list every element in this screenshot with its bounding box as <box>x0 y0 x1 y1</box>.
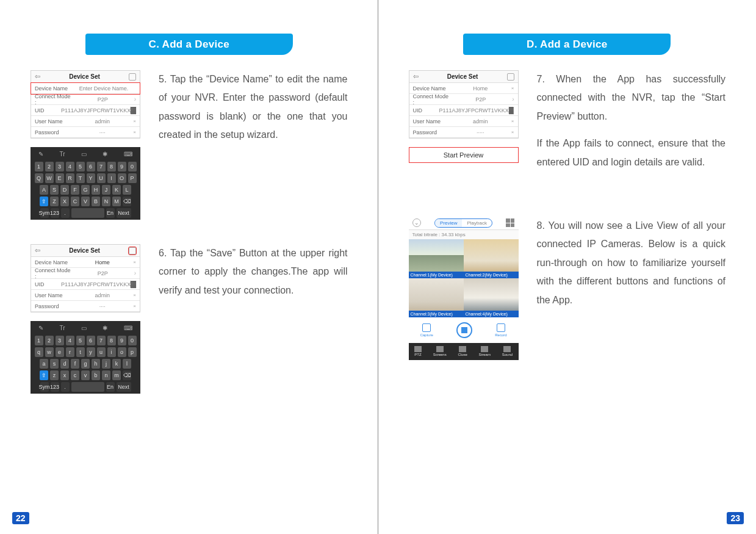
row-value: P111AJ8YJFPCRWT1VKKX <box>439 107 509 114</box>
keyboard-key: 4 <box>66 336 74 345</box>
mock-keyboard-upper: ✎Tr▭✱⌨ 1234567890 QWERTYUIOP ASDFGHJKL ⇧… <box>31 147 140 220</box>
row-label: User Name <box>35 118 71 124</box>
keyboard-key: P <box>128 173 137 183</box>
keyboard-key: p <box>128 347 137 357</box>
bottom-sound: Sound <box>502 346 513 356</box>
keyboard-key: 0 <box>128 336 137 345</box>
channel-caption: Channel:1(My Device) <box>409 272 464 278</box>
keyboard-key: o <box>118 347 126 357</box>
channel-caption: Channel:4(My Device) <box>464 311 519 317</box>
keyboard-key: 7 <box>97 336 106 345</box>
keyboard-key: B <box>92 197 100 206</box>
kbd-tool-icon: ✎ <box>38 151 43 157</box>
row-value: admin <box>95 118 110 124</box>
keyboard-key: X <box>60 197 69 206</box>
step-8-text: 8. You will now see a Live View of all y… <box>537 217 726 309</box>
row-label: User Name <box>35 292 71 298</box>
titlebar-title: Device Set <box>447 73 478 80</box>
keyboard-key: V <box>81 197 90 206</box>
keyboard-key: T <box>76 173 85 183</box>
keyboard-key: Z <box>50 197 59 206</box>
kbd-tool-icon: ⌨ <box>124 325 132 331</box>
preview-playback-segment: Preview Playback <box>434 218 492 228</box>
row-value: ···· <box>99 129 106 135</box>
qr-icon <box>509 107 514 114</box>
seg-playback: Playback <box>462 219 491 227</box>
back-icon: ⇦ <box>35 247 40 254</box>
keyboard-key: 1 <box>35 162 43 171</box>
grid-icon <box>506 218 514 227</box>
keyboard-key: d <box>60 359 69 369</box>
clear-icon: × <box>133 303 136 309</box>
row-label: Device Name <box>413 85 450 92</box>
record-icon <box>497 323 505 332</box>
row-value: Enter Device Name. <box>79 85 129 92</box>
keyboard-key: G <box>81 185 90 195</box>
ptz-icon <box>414 346 422 352</box>
keyboard-key: K <box>112 185 121 195</box>
channel-caption: Channel:2(My Device) <box>464 272 519 278</box>
row-value: admin <box>473 118 488 124</box>
keyboard-key: 8 <box>107 336 116 345</box>
row-label: UID <box>35 107 61 114</box>
keyboard-key: 123 <box>51 208 59 218</box>
keyboard-key: Next <box>117 208 131 218</box>
keyboard-key: 2 <box>45 162 54 171</box>
row-label: Password <box>413 129 450 135</box>
space-key <box>71 208 104 218</box>
keyboard-key: D <box>60 185 69 195</box>
kbd-tool-icon: Tr <box>60 151 65 157</box>
stop-button <box>456 322 472 338</box>
keyboard-key: 6 <box>87 162 95 171</box>
row-value: P2P <box>98 270 108 276</box>
keyboard-key: i <box>107 347 116 357</box>
keyboard-key: 3 <box>56 162 64 171</box>
mock-device-set-step7: ⇦ Device Set Device Name Home × Connect … <box>409 70 519 139</box>
keyboard-key: t <box>76 347 85 357</box>
keyboard-key: b <box>92 370 100 380</box>
keyboard-key: C <box>71 197 79 206</box>
bottom-close: Close <box>458 346 467 356</box>
keyboard-key: w <box>45 347 54 357</box>
keyboard-key: h <box>92 359 100 369</box>
mock-device-set-step5: ⇦ Device Set Device Name Enter Device Na… <box>31 70 140 139</box>
keyboard-key: l <box>123 359 131 369</box>
bottom-stream: Stream <box>479 346 491 356</box>
keyboard-key: . <box>61 208 70 218</box>
keyboard-key: L <box>123 185 131 195</box>
seg-preview: Preview <box>435 219 462 227</box>
clear-icon: × <box>133 259 136 265</box>
clear-icon: × <box>511 129 514 135</box>
clear-icon: × <box>511 118 514 124</box>
save-icon <box>129 247 136 254</box>
keyboard-key: 8 <box>107 162 116 171</box>
row-value: admin <box>95 292 110 298</box>
kbd-tool-icon: ✱ <box>103 151 107 157</box>
keyboard-key: k <box>112 359 121 369</box>
keyboard-key: g <box>81 359 90 369</box>
shift-key: ⇧ <box>40 197 48 206</box>
keyboard-key: x <box>60 370 69 380</box>
section-banner-c: C. Add a Device <box>85 34 293 55</box>
chevron-right-icon: › <box>512 96 514 103</box>
row-label: Device Name <box>35 85 71 92</box>
keyboard-key: s <box>50 359 59 369</box>
row-label: Connect Mode : <box>35 267 71 280</box>
row-value: P111AJ8YJFPCRWT1VKKX <box>61 281 131 287</box>
kbd-tool-icon: ⌨ <box>124 151 132 157</box>
keyboard-key: e <box>56 347 64 357</box>
row-label: Password <box>35 303 71 309</box>
close-icon <box>459 346 466 352</box>
keyboard-key: I <box>107 173 116 183</box>
page-number: 23 <box>727 512 744 524</box>
sound-icon <box>503 346 511 352</box>
row-label: UID <box>35 281 61 287</box>
page-22: C. Add a Device ⇦ Device Set Device Name… <box>0 0 378 534</box>
titlebar-title: Device Set <box>69 247 100 254</box>
step-6-text: 6. Tap the “Save” Button at the upper ri… <box>159 244 348 300</box>
keyboard-key: 3 <box>56 336 64 345</box>
row-label: Device Name <box>35 259 71 265</box>
keyboard-key: E <box>56 173 64 183</box>
back-icon: ⇦ <box>413 73 419 81</box>
backspace-key: ⌫ <box>123 370 131 380</box>
